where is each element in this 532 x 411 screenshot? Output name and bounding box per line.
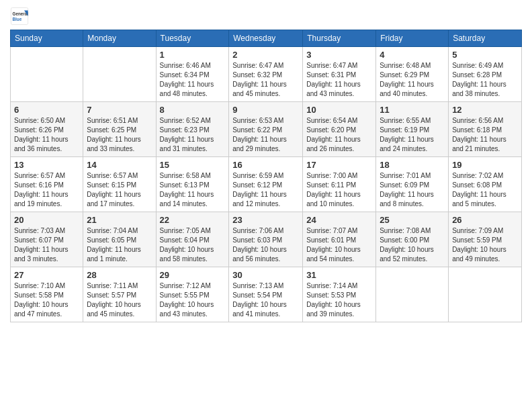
calendar-week-row: 1Sunrise: 6:46 AM Sunset: 6:34 PM Daylig… — [11, 47, 522, 102]
calendar-page: General Blue SundayMondayTuesdayWednesda… — [0, 0, 532, 411]
weekday-header-monday: Monday — [83, 30, 156, 47]
day-number: 8 — [160, 105, 226, 115]
day-info: Sunrise: 7:06 AM Sunset: 6:03 PM Dayligh… — [232, 226, 299, 264]
calendar-cell: 10Sunrise: 6:54 AM Sunset: 6:20 PM Dayli… — [303, 102, 376, 157]
calendar-table: SundayMondayTuesdayWednesdayThursdayFrid… — [10, 30, 522, 322]
day-info: Sunrise: 6:56 AM Sunset: 6:18 PM Dayligh… — [452, 116, 518, 154]
day-info: Sunrise: 6:55 AM Sunset: 6:19 PM Dayligh… — [380, 116, 445, 154]
day-number: 21 — [87, 215, 152, 225]
day-number: 25 — [380, 215, 445, 225]
calendar-cell: 8Sunrise: 6:52 AM Sunset: 6:23 PM Daylig… — [156, 102, 229, 157]
day-number: 29 — [160, 270, 226, 280]
calendar-week-row: 27Sunrise: 7:10 AM Sunset: 5:58 PM Dayli… — [11, 267, 522, 322]
weekday-header-sunday: Sunday — [11, 30, 83, 47]
day-number: 3 — [306, 50, 372, 60]
day-number: 22 — [160, 215, 226, 225]
calendar-cell: 29Sunrise: 7:12 AM Sunset: 5:55 PM Dayli… — [156, 267, 229, 322]
calendar-cell — [11, 47, 83, 102]
calendar-cell: 22Sunrise: 7:05 AM Sunset: 6:04 PM Dayli… — [156, 212, 229, 267]
calendar-cell: 16Sunrise: 6:59 AM Sunset: 6:12 PM Dayli… — [229, 157, 303, 212]
day-info: Sunrise: 7:09 AM Sunset: 5:59 PM Dayligh… — [452, 226, 518, 264]
day-info: Sunrise: 7:02 AM Sunset: 6:08 PM Dayligh… — [452, 171, 518, 209]
calendar-cell: 30Sunrise: 7:13 AM Sunset: 5:54 PM Dayli… — [229, 267, 303, 322]
day-info: Sunrise: 7:14 AM Sunset: 5:53 PM Dayligh… — [306, 281, 372, 319]
day-info: Sunrise: 6:54 AM Sunset: 6:20 PM Dayligh… — [306, 116, 372, 154]
calendar-cell: 15Sunrise: 6:58 AM Sunset: 6:13 PM Dayli… — [156, 157, 229, 212]
day-info: Sunrise: 7:12 AM Sunset: 5:55 PM Dayligh… — [160, 281, 226, 319]
day-number: 14 — [87, 160, 152, 170]
calendar-cell: 12Sunrise: 6:56 AM Sunset: 6:18 PM Dayli… — [449, 102, 522, 157]
calendar-cell: 11Sunrise: 6:55 AM Sunset: 6:19 PM Dayli… — [376, 102, 449, 157]
day-info: Sunrise: 7:10 AM Sunset: 5:58 PM Dayligh… — [14, 281, 79, 319]
day-info: Sunrise: 7:03 AM Sunset: 6:07 PM Dayligh… — [14, 226, 79, 264]
day-info: Sunrise: 7:08 AM Sunset: 6:00 PM Dayligh… — [380, 226, 445, 264]
day-info: Sunrise: 6:46 AM Sunset: 6:34 PM Dayligh… — [160, 61, 226, 99]
day-info: Sunrise: 6:47 AM Sunset: 6:31 PM Dayligh… — [306, 61, 372, 99]
weekday-header-thursday: Thursday — [303, 30, 376, 47]
day-info: Sunrise: 6:57 AM Sunset: 6:16 PM Dayligh… — [14, 171, 79, 209]
calendar-cell: 18Sunrise: 7:01 AM Sunset: 6:09 PM Dayli… — [376, 157, 449, 212]
calendar-cell: 24Sunrise: 7:07 AM Sunset: 6:01 PM Dayli… — [303, 212, 376, 267]
day-info: Sunrise: 6:48 AM Sunset: 6:29 PM Dayligh… — [380, 61, 445, 99]
day-info: Sunrise: 6:51 AM Sunset: 6:25 PM Dayligh… — [87, 116, 152, 154]
day-info: Sunrise: 6:59 AM Sunset: 6:12 PM Dayligh… — [232, 171, 299, 209]
day-number: 4 — [380, 50, 445, 60]
calendar-cell: 27Sunrise: 7:10 AM Sunset: 5:58 PM Dayli… — [11, 267, 83, 322]
day-number: 1 — [160, 50, 226, 60]
day-info: Sunrise: 7:04 AM Sunset: 6:05 PM Dayligh… — [87, 226, 152, 264]
day-number: 19 — [452, 160, 518, 170]
day-number: 12 — [452, 105, 518, 115]
svg-text:Blue: Blue — [13, 17, 22, 21]
logo-icon: General Blue — [10, 7, 29, 26]
day-number: 31 — [306, 270, 372, 280]
calendar-cell: 9Sunrise: 6:53 AM Sunset: 6:22 PM Daylig… — [229, 102, 303, 157]
calendar-cell: 13Sunrise: 6:57 AM Sunset: 6:16 PM Dayli… — [11, 157, 83, 212]
day-number: 5 — [452, 50, 518, 60]
day-info: Sunrise: 6:49 AM Sunset: 6:28 PM Dayligh… — [452, 61, 518, 99]
day-number: 30 — [232, 270, 299, 280]
day-info: Sunrise: 7:11 AM Sunset: 5:57 PM Dayligh… — [87, 281, 152, 319]
day-number: 11 — [380, 105, 445, 115]
day-number: 26 — [452, 215, 518, 225]
calendar-cell: 17Sunrise: 7:00 AM Sunset: 6:11 PM Dayli… — [303, 157, 376, 212]
calendar-cell: 23Sunrise: 7:06 AM Sunset: 6:03 PM Dayli… — [229, 212, 303, 267]
calendar-cell: 2Sunrise: 6:47 AM Sunset: 6:32 PM Daylig… — [229, 47, 303, 102]
day-number: 2 — [232, 50, 299, 60]
weekday-header-row: SundayMondayTuesdayWednesdayThursdayFrid… — [11, 30, 522, 47]
day-info: Sunrise: 6:53 AM Sunset: 6:22 PM Dayligh… — [232, 116, 299, 154]
svg-rect-0 — [11, 7, 28, 24]
calendar-cell: 5Sunrise: 6:49 AM Sunset: 6:28 PM Daylig… — [449, 47, 522, 102]
calendar-cell: 25Sunrise: 7:08 AM Sunset: 6:00 PM Dayli… — [376, 212, 449, 267]
weekday-header-wednesday: Wednesday — [229, 30, 303, 47]
calendar-week-row: 13Sunrise: 6:57 AM Sunset: 6:16 PM Dayli… — [11, 157, 522, 212]
day-info: Sunrise: 7:01 AM Sunset: 6:09 PM Dayligh… — [380, 171, 445, 209]
calendar-cell — [83, 47, 156, 102]
calendar-cell: 21Sunrise: 7:04 AM Sunset: 6:05 PM Dayli… — [83, 212, 156, 267]
calendar-cell: 1Sunrise: 6:46 AM Sunset: 6:34 PM Daylig… — [156, 47, 229, 102]
day-number: 15 — [160, 160, 226, 170]
calendar-cell: 3Sunrise: 6:47 AM Sunset: 6:31 PM Daylig… — [303, 47, 376, 102]
day-number: 9 — [232, 105, 299, 115]
day-number: 23 — [232, 215, 299, 225]
day-info: Sunrise: 6:52 AM Sunset: 6:23 PM Dayligh… — [160, 116, 226, 154]
calendar-cell: 20Sunrise: 7:03 AM Sunset: 6:07 PM Dayli… — [11, 212, 83, 267]
day-number: 13 — [14, 160, 79, 170]
page-header: General Blue — [10, 7, 522, 26]
day-number: 16 — [232, 160, 299, 170]
calendar-cell: 28Sunrise: 7:11 AM Sunset: 5:57 PM Dayli… — [83, 267, 156, 322]
calendar-week-row: 20Sunrise: 7:03 AM Sunset: 6:07 PM Dayli… — [11, 212, 522, 267]
calendar-cell: 4Sunrise: 6:48 AM Sunset: 6:29 PM Daylig… — [376, 47, 449, 102]
day-number: 20 — [14, 215, 79, 225]
day-info: Sunrise: 6:57 AM Sunset: 6:15 PM Dayligh… — [87, 171, 152, 209]
weekday-header-saturday: Saturday — [449, 30, 522, 47]
calendar-cell: 19Sunrise: 7:02 AM Sunset: 6:08 PM Dayli… — [449, 157, 522, 212]
day-number: 6 — [14, 105, 79, 115]
calendar-cell: 14Sunrise: 6:57 AM Sunset: 6:15 PM Dayli… — [83, 157, 156, 212]
day-info: Sunrise: 7:00 AM Sunset: 6:11 PM Dayligh… — [306, 171, 372, 209]
weekday-header-friday: Friday — [376, 30, 449, 47]
calendar-week-row: 6Sunrise: 6:50 AM Sunset: 6:26 PM Daylig… — [11, 102, 522, 157]
calendar-cell — [449, 267, 522, 322]
calendar-cell — [376, 267, 449, 322]
day-info: Sunrise: 7:13 AM Sunset: 5:54 PM Dayligh… — [232, 281, 299, 319]
day-number: 27 — [14, 270, 79, 280]
